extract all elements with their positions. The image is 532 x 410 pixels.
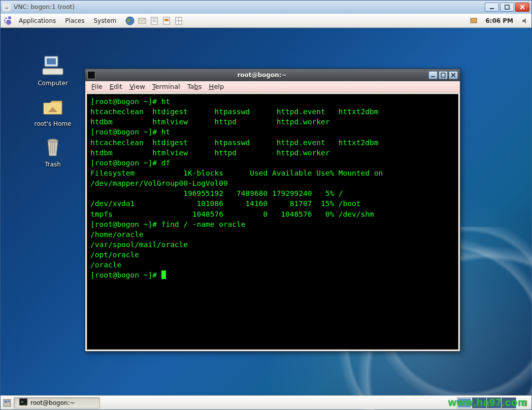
taskbar-item-terminal[interactable]: >_ root@bogon:~ xyxy=(14,397,100,408)
workspace-2[interactable] xyxy=(472,398,486,408)
svg-rect-24 xyxy=(43,69,63,75)
svg-point-25 xyxy=(48,139,58,142)
svg-rect-35 xyxy=(8,400,10,402)
workspace-3[interactable] xyxy=(487,398,501,408)
tray-volume-icon[interactable] xyxy=(520,16,529,25)
svg-rect-30 xyxy=(441,73,445,77)
trash-icon xyxy=(41,134,65,159)
svg-point-5 xyxy=(5,17,7,19)
desktop-icon-home[interactable]: root's Home xyxy=(25,94,81,127)
gnome-top-panel: Applications Places System 6:06 PM xyxy=(1,14,531,28)
workspace-switcher[interactable] xyxy=(457,397,516,408)
terminal-maximize-button[interactable] xyxy=(439,71,448,79)
panel-launchers xyxy=(124,15,184,26)
svg-rect-34 xyxy=(5,400,7,403)
terminal-title: root@bogon:~ xyxy=(98,72,425,79)
show-desktop-button[interactable] xyxy=(3,398,12,407)
vnc-minimize-button[interactable] xyxy=(485,3,499,12)
vnc-maximize-button[interactable] xyxy=(500,3,514,12)
terminal-menu-help[interactable]: Help xyxy=(206,81,227,92)
taskbar-item-label: root@bogon:~ xyxy=(30,399,75,406)
terminal-icon xyxy=(87,71,95,79)
close-icon xyxy=(520,5,525,10)
panel-clock[interactable]: 6:06 PM xyxy=(481,17,517,24)
launcher-calc-icon[interactable] xyxy=(173,15,184,26)
terminal-window: root@bogon:~ File Edit View Terminal Tab… xyxy=(85,69,460,352)
tray-update-icon[interactable] xyxy=(469,16,478,25)
desktop-icon-trash[interactable]: Trash xyxy=(25,134,81,168)
gnome-desktop: Applications Places System 6:06 PM Compu… xyxy=(1,14,531,409)
svg-point-7 xyxy=(5,21,6,22)
terminal-body[interactable]: [root@bogon ~]# ht htcacheclean htdigest… xyxy=(87,94,458,350)
svg-rect-12 xyxy=(151,17,157,24)
launcher-impress-icon[interactable] xyxy=(161,15,172,26)
desktop-icon-label: root's Home xyxy=(25,120,81,127)
gnome-foot-icon[interactable] xyxy=(3,16,13,26)
desktop-icon-computer[interactable]: Computer xyxy=(25,53,81,87)
terminal-close-button[interactable] xyxy=(449,71,458,79)
svg-point-10 xyxy=(127,18,130,22)
launcher-mail-icon[interactable] xyxy=(137,15,148,26)
vnc-close-button[interactable] xyxy=(515,3,529,12)
terminal-small-icon: >_ xyxy=(19,398,27,407)
svg-rect-23 xyxy=(47,58,56,64)
desktop-icon-label: Trash xyxy=(25,161,81,168)
svg-rect-21 xyxy=(471,18,477,23)
terminal-menu-file[interactable]: File xyxy=(88,81,106,92)
svg-text:>_: >_ xyxy=(21,399,26,404)
vnc-titlebar[interactable]: ☕ VNC: bogon:1 (root) xyxy=(1,1,531,14)
launcher-browser-icon[interactable] xyxy=(124,15,136,26)
workspace-1[interactable] xyxy=(457,398,472,408)
computer-icon xyxy=(41,53,65,78)
vnc-window: ☕ VNC: bogon:1 (root) Applications Place… xyxy=(0,0,532,410)
workspace-4[interactable] xyxy=(502,398,516,408)
svg-point-8 xyxy=(6,20,11,25)
gnome-bottom-panel: >_ root@bogon:~ xyxy=(1,395,531,409)
terminal-menu-terminal[interactable]: Terminal xyxy=(149,81,183,92)
terminal-menu-tabs[interactable]: Tabs xyxy=(184,81,205,92)
svg-point-4 xyxy=(8,16,11,19)
desktop-icon-label: Computer xyxy=(25,80,81,87)
menu-places[interactable]: Places xyxy=(62,15,87,26)
svg-point-6 xyxy=(4,19,6,21)
terminal-menubar: File Edit View Terminal Tabs Help xyxy=(85,81,460,92)
minimize-icon xyxy=(489,5,494,10)
terminal-menu-edit[interactable]: Edit xyxy=(107,81,125,92)
menu-system[interactable]: System xyxy=(90,15,119,26)
svg-rect-1 xyxy=(505,5,509,9)
vnc-title: VNC: bogon:1 (root) xyxy=(14,4,75,11)
maximize-icon xyxy=(505,5,510,10)
launcher-writer-icon[interactable] xyxy=(149,15,160,26)
terminal-menu-view[interactable]: View xyxy=(126,81,148,92)
terminal-minimize-button[interactable] xyxy=(428,71,438,79)
terminal-titlebar[interactable]: root@bogon:~ xyxy=(85,69,460,81)
menu-applications[interactable]: Applications xyxy=(16,15,59,26)
java-icon: ☕ xyxy=(3,3,11,11)
trash-applet-icon[interactable] xyxy=(520,398,529,407)
svg-rect-17 xyxy=(164,19,169,21)
home-folder-icon xyxy=(41,94,65,118)
